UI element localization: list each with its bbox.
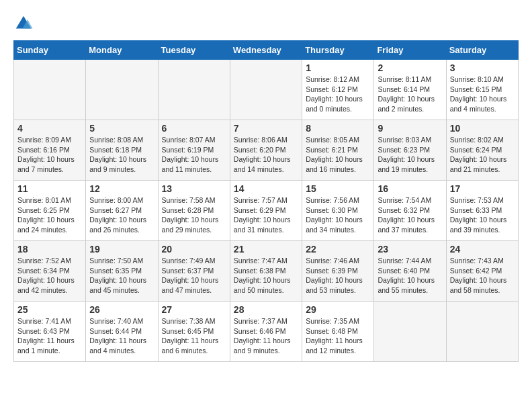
calendar-day-cell: 1Sunrise: 8:12 AM Sunset: 6:12 PM Daylig… (302, 60, 374, 120)
calendar-day-cell: 3Sunrise: 8:10 AM Sunset: 6:15 PM Daylig… (446, 60, 518, 120)
day-number: 25 (17, 304, 82, 315)
calendar-day-cell: 21Sunrise: 7:47 AM Sunset: 6:38 PM Dayli… (230, 241, 302, 302)
calendar-day-cell: 20Sunrise: 7:49 AM Sunset: 6:37 PM Dayli… (158, 241, 230, 302)
day-info: Sunrise: 8:07 AM Sunset: 6:19 PM Dayligh… (162, 135, 226, 175)
day-info: Sunrise: 7:53 AM Sunset: 6:33 PM Dayligh… (450, 195, 515, 235)
day-number: 26 (89, 304, 154, 315)
calendar-day-cell: 8Sunrise: 8:05 AM Sunset: 6:21 PM Daylig… (302, 120, 374, 181)
calendar-day-cell: 2Sunrise: 8:11 AM Sunset: 6:14 PM Daylig… (374, 60, 446, 120)
calendar-day-cell: 19Sunrise: 7:50 AM Sunset: 6:35 PM Dayli… (86, 241, 158, 302)
day-number: 10 (450, 123, 515, 134)
day-number: 6 (162, 123, 226, 134)
day-info: Sunrise: 8:10 AM Sunset: 6:15 PM Dayligh… (450, 75, 515, 114)
calendar-day-cell: 15Sunrise: 7:56 AM Sunset: 6:30 PM Dayli… (302, 181, 374, 241)
day-info: Sunrise: 8:01 AM Sunset: 6:25 PM Dayligh… (17, 195, 82, 235)
day-info: Sunrise: 7:47 AM Sunset: 6:38 PM Dayligh… (234, 256, 298, 295)
calendar-week-row: 4Sunrise: 8:09 AM Sunset: 6:16 PM Daylig… (14, 120, 519, 181)
day-info: Sunrise: 7:38 AM Sunset: 6:45 PM Dayligh… (162, 316, 226, 356)
day-info: Sunrise: 7:43 AM Sunset: 6:42 PM Dayligh… (450, 256, 515, 295)
weekday-header: Wednesday (230, 41, 302, 60)
weekday-header: Friday (374, 41, 446, 60)
calendar-day-cell (14, 60, 86, 120)
day-number: 4 (17, 123, 82, 134)
day-number: 1 (306, 62, 370, 73)
day-number: 9 (378, 123, 442, 134)
day-number: 29 (306, 304, 370, 315)
calendar-week-row: 1Sunrise: 8:12 AM Sunset: 6:12 PM Daylig… (14, 60, 519, 120)
calendar-day-cell: 5Sunrise: 8:08 AM Sunset: 6:18 PM Daylig… (86, 120, 158, 181)
calendar-day-cell: 26Sunrise: 7:40 AM Sunset: 6:44 PM Dayli… (86, 302, 158, 362)
day-number: 2 (378, 62, 442, 73)
day-number: 14 (234, 183, 298, 194)
calendar-day-cell: 22Sunrise: 7:46 AM Sunset: 6:39 PM Dayli… (302, 241, 374, 302)
day-info: Sunrise: 7:52 AM Sunset: 6:34 PM Dayligh… (17, 256, 82, 295)
calendar-day-cell: 24Sunrise: 7:43 AM Sunset: 6:42 PM Dayli… (446, 241, 518, 302)
calendar-day-cell: 25Sunrise: 7:41 AM Sunset: 6:43 PM Dayli… (14, 302, 86, 362)
day-info: Sunrise: 7:40 AM Sunset: 6:44 PM Dayligh… (89, 316, 154, 356)
calendar-day-cell: 13Sunrise: 7:58 AM Sunset: 6:28 PM Dayli… (158, 181, 230, 241)
day-info: Sunrise: 7:41 AM Sunset: 6:43 PM Dayligh… (17, 316, 82, 356)
calendar-day-cell: 10Sunrise: 8:02 AM Sunset: 6:24 PM Dayli… (446, 120, 518, 181)
day-number: 28 (234, 304, 298, 315)
logo-icon (13, 13, 34, 34)
day-info: Sunrise: 7:50 AM Sunset: 6:35 PM Dayligh… (89, 256, 154, 295)
day-info: Sunrise: 8:08 AM Sunset: 6:18 PM Dayligh… (89, 135, 154, 175)
calendar-week-row: 25Sunrise: 7:41 AM Sunset: 6:43 PM Dayli… (14, 302, 519, 362)
calendar-day-cell: 9Sunrise: 8:03 AM Sunset: 6:23 PM Daylig… (374, 120, 446, 181)
day-number: 3 (450, 62, 515, 73)
calendar-day-cell (374, 302, 446, 362)
weekday-header: Saturday (446, 41, 518, 60)
calendar-day-cell: 18Sunrise: 7:52 AM Sunset: 6:34 PM Dayli… (14, 241, 86, 302)
day-info: Sunrise: 7:35 AM Sunset: 6:48 PM Dayligh… (306, 316, 370, 356)
calendar-day-cell: 12Sunrise: 8:00 AM Sunset: 6:27 PM Dayli… (86, 181, 158, 241)
calendar-day-cell: 14Sunrise: 7:57 AM Sunset: 6:29 PM Dayli… (230, 181, 302, 241)
day-number: 8 (306, 123, 370, 134)
day-info: Sunrise: 7:57 AM Sunset: 6:29 PM Dayligh… (234, 195, 298, 235)
day-info: Sunrise: 7:37 AM Sunset: 6:46 PM Dayligh… (234, 316, 298, 356)
calendar-week-row: 18Sunrise: 7:52 AM Sunset: 6:34 PM Dayli… (14, 241, 519, 302)
calendar-day-cell: 27Sunrise: 7:38 AM Sunset: 6:45 PM Dayli… (158, 302, 230, 362)
weekday-header: Tuesday (158, 41, 230, 60)
day-number: 12 (89, 183, 154, 194)
day-number: 11 (17, 183, 82, 194)
day-info: Sunrise: 7:58 AM Sunset: 6:28 PM Dayligh… (162, 195, 226, 235)
day-info: Sunrise: 8:03 AM Sunset: 6:23 PM Dayligh… (378, 135, 442, 175)
day-info: Sunrise: 7:54 AM Sunset: 6:32 PM Dayligh… (378, 195, 442, 235)
weekday-header: Monday (86, 41, 158, 60)
logo (13, 13, 36, 34)
day-number: 24 (450, 244, 515, 255)
page-header (13, 13, 519, 34)
day-info: Sunrise: 7:46 AM Sunset: 6:39 PM Dayligh… (306, 256, 370, 295)
day-info: Sunrise: 8:05 AM Sunset: 6:21 PM Dayligh… (306, 135, 370, 175)
calendar-day-cell (230, 60, 302, 120)
day-info: Sunrise: 7:44 AM Sunset: 6:40 PM Dayligh… (378, 256, 442, 295)
calendar-day-cell: 29Sunrise: 7:35 AM Sunset: 6:48 PM Dayli… (302, 302, 374, 362)
day-info: Sunrise: 8:02 AM Sunset: 6:24 PM Dayligh… (450, 135, 515, 175)
calendar-day-cell: 28Sunrise: 7:37 AM Sunset: 6:46 PM Dayli… (230, 302, 302, 362)
day-info: Sunrise: 8:06 AM Sunset: 6:20 PM Dayligh… (234, 135, 298, 175)
day-info: Sunrise: 8:12 AM Sunset: 6:12 PM Dayligh… (306, 75, 370, 114)
day-number: 15 (306, 183, 370, 194)
calendar-table: SundayMondayTuesdayWednesdayThursdayFrid… (13, 40, 519, 362)
calendar-day-cell (158, 60, 230, 120)
day-number: 23 (378, 244, 442, 255)
calendar-day-cell: 6Sunrise: 8:07 AM Sunset: 6:19 PM Daylig… (158, 120, 230, 181)
calendar-week-row: 11Sunrise: 8:01 AM Sunset: 6:25 PM Dayli… (14, 181, 519, 241)
calendar-day-cell: 7Sunrise: 8:06 AM Sunset: 6:20 PM Daylig… (230, 120, 302, 181)
day-number: 16 (378, 183, 442, 194)
day-info: Sunrise: 8:11 AM Sunset: 6:14 PM Dayligh… (378, 75, 442, 114)
day-info: Sunrise: 8:00 AM Sunset: 6:27 PM Dayligh… (89, 195, 154, 235)
day-number: 5 (89, 123, 154, 134)
calendar-day-cell: 17Sunrise: 7:53 AM Sunset: 6:33 PM Dayli… (446, 181, 518, 241)
day-number: 20 (162, 244, 226, 255)
day-info: Sunrise: 8:09 AM Sunset: 6:16 PM Dayligh… (17, 135, 82, 175)
day-number: 17 (450, 183, 515, 194)
day-number: 18 (17, 244, 82, 255)
calendar-day-cell: 23Sunrise: 7:44 AM Sunset: 6:40 PM Dayli… (374, 241, 446, 302)
calendar-day-cell: 11Sunrise: 8:01 AM Sunset: 6:25 PM Dayli… (14, 181, 86, 241)
calendar-day-cell: 16Sunrise: 7:54 AM Sunset: 6:32 PM Dayli… (374, 181, 446, 241)
day-info: Sunrise: 7:49 AM Sunset: 6:37 PM Dayligh… (162, 256, 226, 295)
header-row: SundayMondayTuesdayWednesdayThursdayFrid… (14, 41, 519, 60)
day-number: 21 (234, 244, 298, 255)
day-info: Sunrise: 7:56 AM Sunset: 6:30 PM Dayligh… (306, 195, 370, 235)
